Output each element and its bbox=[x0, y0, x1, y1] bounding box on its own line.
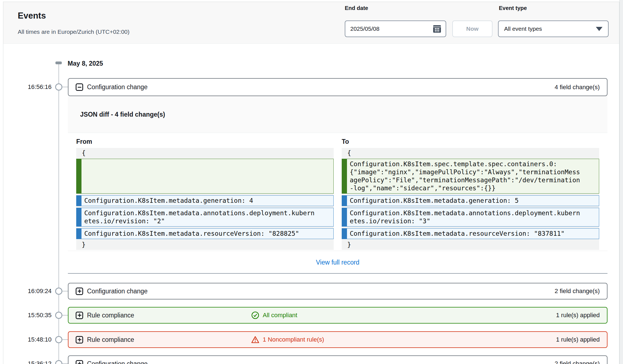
diff-from-block: { Configuration.K8sItem.metadata.generat… bbox=[76, 148, 334, 250]
event-detail-count: 2 field change(s) bbox=[555, 288, 600, 295]
event-time: 16:09:24 bbox=[0, 287, 52, 295]
diff-to-block: { Configuration.K8sItem.spec.template.sp… bbox=[342, 148, 599, 250]
timeline-connector bbox=[62, 291, 68, 291]
event-type-label: Event type bbox=[499, 5, 527, 11]
diff-to-label: To bbox=[342, 138, 349, 145]
timezone-note: All times are in Europe/Zurich (UTC+02:0… bbox=[18, 29, 129, 35]
end-date-label: End date bbox=[345, 5, 368, 11]
timeline-connector bbox=[62, 315, 68, 316]
code-line: } bbox=[342, 241, 599, 249]
compliance-status-text: All compliant bbox=[263, 312, 297, 319]
event-title: Rule compliance bbox=[87, 312, 134, 319]
event-detail-count: 1 rule(s) applied bbox=[556, 336, 600, 343]
event-time: 15:50:35 bbox=[0, 311, 52, 319]
event-detail-count: 4 field change(s) bbox=[555, 84, 600, 91]
expand-icon[interactable] bbox=[76, 288, 83, 295]
json-diff-heading: JSON diff - 4 field change(s) bbox=[68, 96, 607, 133]
scrollbar-track[interactable] bbox=[619, 0, 623, 364]
compliance-status: All compliant bbox=[251, 311, 297, 319]
diff-row-changed: Configuration.K8sItem.metadata.annotatio… bbox=[342, 208, 599, 227]
diff-row-changed: Configuration.K8sItem.metadata.generatio… bbox=[342, 195, 599, 206]
diff-row-changed: Configuration.K8sItem.metadata.resourceV… bbox=[342, 228, 599, 239]
event-time: 15:36:12 bbox=[0, 360, 52, 364]
code-line: { bbox=[76, 149, 334, 157]
page-title: Events bbox=[18, 11, 46, 21]
event-card-configuration-change[interactable]: Configuration change 4 field change(s) bbox=[68, 78, 607, 96]
diff-footer: View full record bbox=[68, 251, 607, 274]
event-title: Rule compliance bbox=[87, 336, 134, 344]
now-button[interactable]: Now bbox=[452, 20, 492, 37]
event-title: Configuration change bbox=[87, 288, 148, 295]
warning-triangle-icon bbox=[251, 335, 259, 344]
timeline-connector bbox=[62, 339, 68, 340]
chevron-down-icon bbox=[596, 27, 602, 31]
end-date-input[interactable] bbox=[350, 25, 432, 32]
end-date-field[interactable] bbox=[345, 20, 446, 37]
events-page: Events All times are in Europe/Zurich (U… bbox=[0, 0, 623, 364]
diff-from-label: From bbox=[76, 138, 92, 145]
event-title: Configuration change bbox=[87, 360, 148, 364]
expand-icon[interactable] bbox=[76, 360, 83, 364]
timeline-node bbox=[55, 312, 62, 319]
timeline-date-marker bbox=[55, 61, 62, 64]
event-title: Configuration change bbox=[87, 83, 148, 91]
diff-row-changed: Configuration.K8sItem.metadata.generatio… bbox=[76, 195, 334, 206]
timeline-connector bbox=[62, 87, 68, 87]
timeline-node bbox=[55, 288, 62, 295]
view-full-record-link[interactable]: View full record bbox=[316, 259, 359, 266]
collapse-icon[interactable] bbox=[76, 83, 83, 91]
expand-icon[interactable] bbox=[76, 336, 83, 344]
timeline-date-header: May 8, 2025 bbox=[68, 60, 103, 67]
code-line: { bbox=[342, 149, 599, 157]
json-diff-panel: JSON diff - 4 field change(s) From To { … bbox=[68, 96, 607, 274]
event-time: 16:56:16 bbox=[0, 83, 52, 91]
event-time: 15:48:10 bbox=[0, 336, 52, 344]
event-card-rule-compliance[interactable]: Rule compliance 1 Noncompliant rule(s) 1… bbox=[68, 331, 607, 348]
compliance-status-text: 1 Noncompliant rule(s) bbox=[263, 336, 324, 343]
diff-row-changed: Configuration.K8sItem.metadata.resourceV… bbox=[76, 228, 334, 239]
expand-icon[interactable] bbox=[76, 312, 83, 319]
compliance-status: 1 Noncompliant rule(s) bbox=[251, 335, 324, 344]
event-card-configuration-change[interactable]: Configuration change 2 field change(s) bbox=[68, 355, 607, 364]
event-type-select[interactable]: All event types bbox=[498, 20, 609, 37]
timeline-line bbox=[58, 63, 59, 364]
calendar-icon[interactable] bbox=[432, 24, 442, 34]
timeline-node bbox=[55, 336, 62, 343]
check-circle-icon bbox=[251, 311, 259, 319]
diff-row-changed: Configuration.K8sItem.metadata.annotatio… bbox=[76, 208, 334, 227]
diff-row-added bbox=[76, 159, 334, 194]
event-card-rule-compliance[interactable]: Rule compliance All compliant 1 rule(s) … bbox=[68, 307, 607, 324]
timeline-node bbox=[55, 83, 62, 91]
event-type-value: All event types bbox=[504, 25, 542, 32]
code-line: } bbox=[76, 241, 334, 249]
event-card-configuration-change[interactable]: Configuration change 2 field change(s) bbox=[68, 283, 607, 299]
event-detail-count: 2 field change(s) bbox=[555, 360, 600, 364]
event-detail-count: 1 rule(s) applied bbox=[556, 312, 600, 319]
diff-row-added: Configuration.K8sItem.spec.template.spec… bbox=[342, 159, 599, 194]
